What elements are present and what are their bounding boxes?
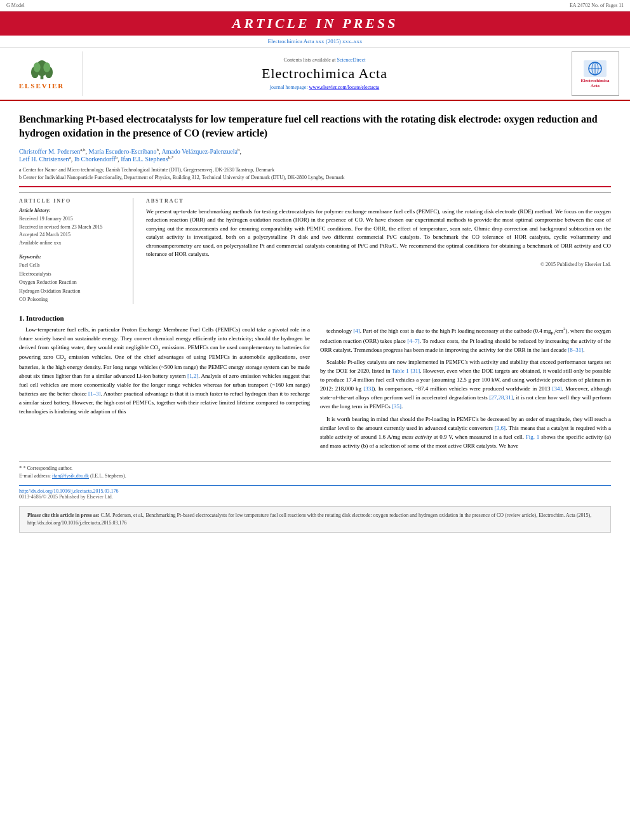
author-velazquez: Amado Velázquez-Palenzuela <box>161 148 237 155</box>
elsevier-logo-section: ELSEVIER <box>6 51 83 96</box>
authors-line: Christoffer M. Pedersena,b, María Escude… <box>19 147 611 163</box>
abstract-copyright: © 2015 Published by Elsevier Ltd. <box>146 262 611 267</box>
received-revised-date: Received in revised form 23 March 2015 <box>19 223 126 232</box>
abstract-heading: ABSTRACT <box>146 198 611 204</box>
red-divider-top <box>19 186 611 187</box>
keyword-fuel-cells: Fuel Cells <box>19 261 126 270</box>
svg-point-4 <box>33 62 40 72</box>
footnote-text: * * Corresponding author. E-mail address… <box>19 464 611 481</box>
journal-logo-right: ElectrochimicaActa <box>566 51 624 96</box>
body-col-left: Low-temperature fuel cells, in particula… <box>19 326 310 455</box>
journal-link-bar: Electrochimica Acta xxx (2015) xxx–xxx <box>0 36 630 48</box>
table1-ref[interactable]: Table 1 <box>392 368 409 374</box>
elsevier-tree-icon <box>26 58 58 81</box>
svg-point-5 <box>43 62 50 72</box>
homepage-url[interactable]: www.elsevier.com/locate/electacta <box>309 84 380 90</box>
ref-link-1-2[interactable]: [1,2] <box>187 373 198 379</box>
journal-logo-box: ElectrochimicaActa <box>572 51 619 96</box>
footnote-email-suffix: (I.E.L. Stephens). <box>90 473 126 479</box>
citation-box: Please cite this article in press as: C.… <box>19 506 611 533</box>
received-date: Received 19 January 2015 <box>19 215 126 223</box>
contents-line: Contents lists available at ScienceDirec… <box>284 57 366 63</box>
ref-link-35[interactable]: [35] <box>392 403 401 410</box>
body-para-4: It is worth bearing in mind that should … <box>320 415 611 451</box>
ref-link-1-3[interactable]: [1–3] <box>88 390 101 397</box>
journal-title: Electrochimica Acta <box>262 65 387 82</box>
ref-link-34[interactable]: [34] <box>553 385 562 392</box>
banner-text: ARTICLE IN PRESS <box>232 15 398 31</box>
article-history-label: Article history: <box>19 208 126 213</box>
footnote-corresponding: * Corresponding author. <box>23 465 73 471</box>
article-meta: EA 24702 No. of Pages 11 <box>570 3 624 8</box>
journal-homepage: journal homepage: www.elsevier.com/locat… <box>270 84 379 90</box>
footnote-email-link[interactable]: ifan@fysik.dtu.dk <box>52 473 89 479</box>
doi-section: http://dx.doi.org/10.1016/j.electacta.20… <box>19 485 611 500</box>
available-online: Available online xxx <box>19 239 126 248</box>
ref-link-8-31[interactable]: [8–31] <box>568 347 583 353</box>
section1-title: 1. Introduction <box>19 314 611 322</box>
ref-link-31[interactable]: [31] <box>410 368 420 374</box>
affiliation-b: b Center for Individual Nanoparticle Fun… <box>19 174 611 181</box>
fig1-ref[interactable]: Fig. 1 <box>526 434 540 440</box>
abstract-col: ABSTRACT We present up-to-date benchmark… <box>146 198 611 304</box>
keyword-hor: Hydrogen Oxidation Reaction <box>19 287 126 296</box>
journal-header: ELSEVIER Contents lists available at Sci… <box>0 48 630 101</box>
journal-logo-text: ElectrochimicaActa <box>581 78 610 89</box>
affiliations: a Center for Nano- and Micro technology,… <box>19 166 611 180</box>
journal-title-section: Contents lists available at ScienceDirec… <box>83 51 566 96</box>
author-christensen: Leif H. Christensen <box>19 156 69 163</box>
keywords-section: Keywords: Fuel Cells Electrocatalysis Ox… <box>19 254 126 304</box>
ref-link-33[interactable]: [33] <box>363 385 373 392</box>
body-col-right: technology [4]. Part of the high cost is… <box>320 326 611 455</box>
sciencedirect-link[interactable]: ScienceDirect <box>337 57 366 63</box>
body-para-2: technology [4]. Part of the high cost is… <box>320 326 611 355</box>
header-top-bar: G Model EA 24702 No. of Pages 11 <box>0 0 630 11</box>
g-model-label: G Model <box>6 3 25 8</box>
author-chorkendorff: Ib Chorkendorff <box>74 156 116 163</box>
abstract-text: We present up-to-date benchmarking metho… <box>146 208 611 259</box>
elsevier-logo: ELSEVIER <box>13 58 70 90</box>
keyword-co-poisoning: CO Poisoning <box>19 295 126 304</box>
citation-label: Please cite this article in press as: <box>27 512 100 518</box>
affiliation-a: a Center for Nano- and Micro technology,… <box>19 166 611 173</box>
ref-link-27-31[interactable]: [27,28,31] <box>489 394 513 401</box>
footnote-section: * * Corresponding author. E-mail address… <box>19 461 611 481</box>
article-in-press-banner: ARTICLE IN PRESS <box>0 11 630 36</box>
keywords-label: Keywords: <box>19 254 126 260</box>
article-info-abstract-section: ARTICLE INFO Article history: Received 1… <box>19 192 611 304</box>
introduction-section: 1. Introduction Low-temperature fuel cel… <box>19 314 611 455</box>
article-body: Benchmarking Pt-based electrocatalysts f… <box>0 101 630 539</box>
body-para-3: Scalable Pt-alloy catalysts are now impl… <box>320 358 611 411</box>
article-info-heading: ARTICLE INFO <box>19 198 126 204</box>
keyword-orr: Oxygen Reduction Reaction <box>19 278 126 287</box>
article-info-text: Received 19 January 2015 Received in rev… <box>19 215 126 248</box>
journal-logo-icon <box>582 59 608 78</box>
author-pedersen: Christoffer M. Pedersen <box>19 148 80 155</box>
ref-link-3-6[interactable]: [3,6] <box>495 425 506 431</box>
ref-link-4-7[interactable]: [4–7] <box>407 338 420 344</box>
author-stephens: Ifan E.L. Stephens <box>121 156 168 163</box>
footnote-email-label: E-mail address: <box>19 473 51 479</box>
author-escudero: María Escudero-Escribano <box>89 148 157 155</box>
issn-text: 0013-4686/© 2015 Published by Elsevier L… <box>19 494 611 500</box>
footnote-star: * <box>19 465 22 471</box>
body-para-1: Low-temperature fuel cells, in particula… <box>19 326 310 417</box>
journal-volume-link[interactable]: Electrochimica Acta xxx (2015) xxx–xxx <box>268 38 363 44</box>
keyword-electrocatalysis: Electrocatalysis <box>19 270 126 279</box>
ref-link-4[interactable]: [4] <box>353 328 360 334</box>
citation-text: C.M. Pedersen, et al., Benchmarking Pt-b… <box>27 512 591 526</box>
accepted-date: Accepted 24 March 2015 <box>19 231 126 239</box>
article-title: Benchmarking Pt-based electrocatalysts f… <box>19 112 611 141</box>
article-info-col: ARTICLE INFO Article history: Received 1… <box>19 198 133 304</box>
elsevier-label: ELSEVIER <box>19 82 65 90</box>
doi-link[interactable]: http://dx.doi.org/10.1016/j.electacta.20… <box>19 488 611 494</box>
body-two-col: Low-temperature fuel cells, in particula… <box>19 326 611 455</box>
